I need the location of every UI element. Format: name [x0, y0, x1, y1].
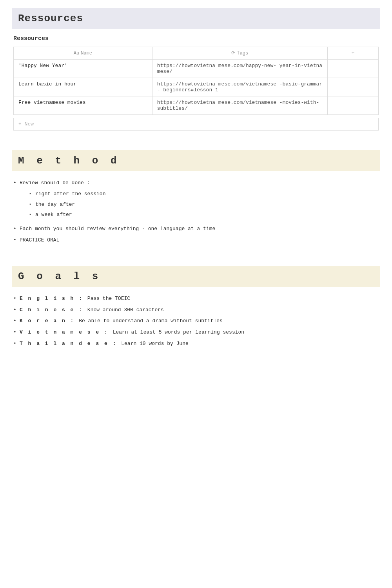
- goals-title: G o a l s: [18, 270, 374, 282]
- table-header-row: Aa Name ⟳ Tags +: [14, 47, 379, 60]
- col-tags-header: ⟳ Tags: [152, 47, 327, 60]
- goal-label: V i e t n a m e s e :: [20, 329, 113, 335]
- col-name-header: Aa Name: [14, 47, 152, 60]
- method-subitem: the day after: [29, 200, 379, 210]
- page-wrapper: Ressources Ressources Aa Name ⟳ Tags: [0, 0, 392, 358]
- goal-label: C h i n e s e :: [20, 307, 87, 313]
- add-new-button[interactable]: + New: [13, 118, 379, 131]
- method-item: Review should be done :right after the s…: [13, 178, 379, 223]
- method-item: PRACTICE ORAL: [13, 235, 379, 246]
- goal-text: Know around 300 caracters: [87, 307, 164, 313]
- table-cell-name: Learn basic in hour: [14, 78, 152, 96]
- link-icon: ⟳: [231, 50, 235, 56]
- goal-text: Learn 10 words by June: [121, 341, 189, 347]
- goal-item: V i e t n a m e s e : Learn at least 5 w…: [13, 327, 379, 338]
- goals-content: E n g l i s h : Pass the TOEICC h i n e …: [12, 293, 380, 350]
- method-title: M e t h o d: [18, 155, 374, 167]
- goal-text: Pass the TOEIC: [87, 296, 130, 301]
- table-cell-tags: https://howtovietna mese.com/vietnamese …: [152, 78, 327, 96]
- resources-table: Aa Name ⟳ Tags + 'Happy: [13, 47, 379, 115]
- method-sublist: right after the sessionthe day aftera we…: [29, 189, 379, 220]
- method-content: Review should be done :right after the s…: [12, 178, 380, 246]
- method-item: Each month you should review everything …: [13, 223, 379, 235]
- tags-col-icon-label: ⟳ Tags: [231, 50, 248, 56]
- resources-subsection-title: Ressources: [13, 35, 379, 42]
- goal-text: Learn at least 5 words per learning sess…: [113, 329, 244, 335]
- goals-list: E n g l i s h : Pass the TOEICC h i n e …: [13, 293, 379, 350]
- goal-item: E n g l i s h : Pass the TOEIC: [13, 293, 379, 305]
- goal-item: K o r e a n : Be able to understand a dr…: [13, 316, 379, 327]
- method-header-block: M e t h o d: [12, 150, 380, 171]
- goal-label: E n g l i s h :: [20, 296, 87, 301]
- goals-header-block: G o a l s: [12, 266, 380, 287]
- table-cell-extra: [327, 96, 378, 115]
- goal-item: C h i n e s e : Know around 300 caracter…: [13, 305, 379, 316]
- name-col-icon-label: Aa Name: [74, 51, 92, 56]
- table-cell-name: Free vietnamese movies: [14, 96, 152, 115]
- table-cell-tags: https://howtovietna mese.com/vietnamese …: [152, 96, 327, 115]
- table-row: Learn basic in hourhttps://howtovietna m…: [14, 78, 379, 96]
- resources-header-block: Ressources: [12, 8, 380, 29]
- aa-icon: Aa: [74, 51, 79, 56]
- method-subitem: right after the session: [29, 189, 379, 200]
- goal-label: K o r e a n :: [20, 318, 79, 324]
- resources-main-title: Ressources: [18, 13, 374, 24]
- method-list: Review should be done :right after the s…: [13, 178, 379, 246]
- method-subitem: a week after: [29, 210, 379, 220]
- table-row: Free vietnamese movieshttps://howtovietn…: [14, 96, 379, 115]
- table-cell-name: 'Happy New Year': [14, 60, 152, 78]
- table-row: 'Happy New Year'https://howtovietna mese…: [14, 60, 379, 78]
- goal-label: T h a i l a n d e s e :: [20, 341, 121, 347]
- goal-text: Be able to understand a drama without su…: [79, 318, 223, 324]
- resources-content: Ressources Aa Name ⟳ Tags: [12, 35, 380, 131]
- table-cell-extra: [327, 78, 378, 96]
- table-cell-extra: [327, 60, 378, 78]
- goal-item: T h a i l a n d e s e : Learn 10 words b…: [13, 338, 379, 350]
- col-add-header[interactable]: +: [327, 47, 378, 60]
- table-cell-tags: https://howtovietna mese.com/happy-new- …: [152, 60, 327, 78]
